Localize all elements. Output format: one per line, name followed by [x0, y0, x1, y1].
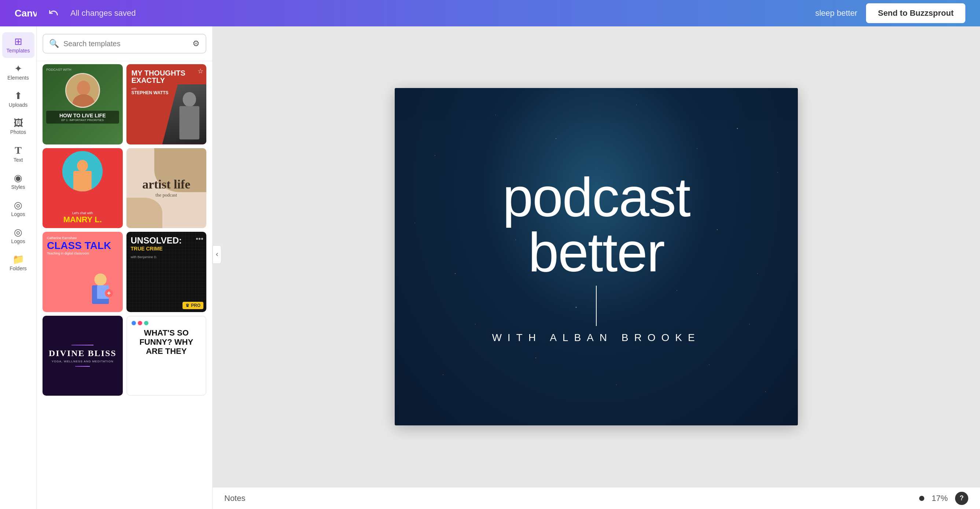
divine-bliss-subtitle: YOGA, WELLNESS AND MEDITATION	[52, 360, 114, 363]
class-talk-author: Catherine Earnshaw	[47, 236, 118, 240]
svg-point-8	[77, 160, 88, 172]
svg-rect-9	[73, 171, 92, 191]
pro-badge: ♛PRO	[183, 302, 204, 309]
sidebar: ⊞ Templates ✦ Elements ⬆ Uploads 🖼 Photo…	[0, 26, 37, 509]
canvas-content[interactable]: podcast better WITH ALBAN BROOKE	[492, 170, 700, 344]
sidebar-item-elements[interactable]: ✦ Elements	[2, 59, 35, 85]
my-thoughts-with: with	[132, 87, 202, 90]
sidebar-item-text[interactable]: T Text	[2, 141, 35, 167]
canvas-divider	[596, 286, 597, 326]
undo-button[interactable]	[45, 5, 62, 22]
templates-panel: 🔍 ⚙ PODCAST WITH HOW TO LIVE LIFE EP 1: …	[37, 26, 213, 509]
template-card-manry[interactable]: Let's chat with MANRY L.	[43, 148, 123, 228]
podcast-label: PODCAST WITH	[46, 68, 72, 72]
canvas-background: podcast better WITH ALBAN BROOKE	[395, 88, 798, 425]
canvas-area: podcast better WITH ALBAN BROOKE	[213, 26, 980, 487]
unsolved-host: with Benjamine D.	[131, 255, 202, 259]
svg-point-10	[95, 274, 107, 286]
help-button[interactable]: ?	[955, 492, 968, 505]
page-indicator	[919, 496, 924, 501]
svg-rect-6	[179, 106, 199, 139]
template-card-my-thoughts[interactable]: ☆ MY THOUGHTS EXACTLY with STEPHEN WATTS	[126, 64, 207, 145]
sidebar-label-styles: Styles	[11, 184, 25, 190]
template-card-how-to-live[interactable]: PODCAST WITH HOW TO LIVE LIFE EP 1: IMPO…	[43, 64, 123, 145]
host-photo	[65, 73, 100, 108]
unsolved-content: UNSOLVED: TRUE CRIME with Benjamine D.	[131, 236, 202, 259]
elements-icon: ✦	[14, 64, 22, 73]
bottom-right-controls: 17% ?	[919, 492, 968, 505]
topbar-right: sleep better Send to Buzzsprout	[815, 3, 965, 23]
artist-life-content: artist life the podcast	[142, 178, 190, 198]
sidebar-item-templates[interactable]: ⊞ Templates	[2, 32, 35, 58]
card-how-to-live-subtitle: EP 1: IMPORTANT PRIORITIES	[48, 118, 117, 122]
card-title-block: HOW TO LIVE LIFE EP 1: IMPORTANT PRIORIT…	[46, 111, 119, 124]
template-card-unsolved[interactable]: ••• UNSOLVED: TRUE CRIME with Benjamine …	[126, 232, 207, 312]
dot-green	[144, 321, 148, 325]
artist-life-subtitle: the podcast	[142, 192, 190, 198]
sidebar-item-logos2[interactable]: ◎ Logos	[2, 223, 35, 249]
template-card-whats-so-funny[interactable]: WHAT'S SO FUNNY? WHY ARE THEY	[126, 316, 207, 396]
class-talk-subtitle: Teaching in digital classroom	[47, 252, 118, 255]
search-input[interactable]	[64, 40, 188, 48]
dot-pink	[138, 321, 142, 325]
sidebar-item-styles[interactable]: ◉ Styles	[2, 169, 35, 195]
sidebar-label-text: Text	[14, 157, 23, 163]
class-talk-illustration	[78, 268, 123, 312]
sidebar-label-uploads: Uploads	[9, 102, 27, 108]
template-card-divine-bliss[interactable]: DIVINE BLISS YOGA, WELLNESS AND MEDITATI…	[43, 316, 123, 396]
dot-blue	[132, 321, 136, 325]
sidebar-item-photos[interactable]: 🖼 Photos	[2, 114, 35, 139]
divine-bliss-line	[72, 345, 94, 345]
zoom-level: 17%	[932, 494, 948, 503]
send-to-buzzsprout-button[interactable]: Send to Buzzsprout	[866, 3, 965, 23]
sidebar-label-logos2: Logos	[11, 238, 25, 244]
canvas-sub-text: WITH ALBAN BROOKE	[492, 332, 700, 344]
whats-so-funny-dots	[132, 321, 148, 325]
manry-small-text: Let's chat with	[72, 211, 93, 215]
canvas-main-text-line1: podcast	[503, 170, 690, 225]
my-thoughts-title: MY THOUGHTS EXACTLY	[132, 69, 202, 84]
my-thoughts-host: STEPHEN WATTS	[132, 90, 202, 95]
unsolved-title: UNSOLVED:	[131, 236, 202, 245]
sidebar-label-photos: Photos	[10, 129, 26, 135]
sidebar-label-folders: Folders	[10, 265, 27, 271]
topbar: Canva All changes saved sleep better Sen…	[0, 0, 980, 26]
template-card-artist-life[interactable]: artist life the podcast	[126, 148, 207, 228]
card-how-to-live-title: HOW TO LIVE LIFE	[48, 113, 117, 118]
collapse-panel-button[interactable]	[213, 245, 221, 264]
sidebar-label-templates: Templates	[6, 48, 30, 54]
artist-life-title: artist life	[142, 178, 190, 191]
manry-circle	[62, 151, 103, 191]
divine-bliss-line-2	[75, 366, 90, 367]
templates-grid: PODCAST WITH HOW TO LIVE LIFE EP 1: IMPO…	[37, 61, 212, 402]
photos-icon: 🖼	[14, 118, 23, 128]
canva-logo: Canva	[15, 8, 37, 19]
template-card-class-talk[interactable]: Catherine Earnshaw CLASS TALK Teaching i…	[43, 232, 123, 312]
text-icon: T	[15, 145, 22, 155]
saved-status: All changes saved	[70, 8, 136, 18]
sidebar-item-uploads[interactable]: ⬆ Uploads	[2, 86, 35, 112]
templates-icon: ⊞	[14, 37, 22, 46]
my-thoughts-content: MY THOUGHTS EXACTLY with STEPHEN WATTS	[132, 69, 202, 95]
topbar-left: Canva All changes saved	[15, 5, 136, 22]
sidebar-item-logos[interactable]: ◎ Logos	[2, 196, 35, 222]
sidebar-item-folders[interactable]: 📁 Folders	[2, 250, 35, 276]
card-title-area: HOW TO LIVE LIFE EP 1: IMPORTANT PRIORIT…	[46, 111, 119, 124]
bottom-bar: Notes 17% ?	[213, 487, 980, 509]
whats-so-funny-text: WHAT'S SO FUNNY? WHY ARE THEY	[132, 328, 202, 356]
class-talk-title: CLASS TALK	[47, 241, 118, 251]
folders-icon: 📁	[13, 254, 24, 264]
notes-button[interactable]: Notes	[224, 494, 245, 503]
search-input-wrap[interactable]: 🔍 ⚙	[43, 34, 206, 54]
canvas-main-text-line2: better	[528, 225, 665, 280]
filter-icon[interactable]: ⚙	[192, 39, 200, 48]
logos-icon: ◎	[14, 200, 22, 210]
manry-title: MANRY L.	[64, 215, 102, 225]
sidebar-label-logos: Logos	[11, 211, 25, 217]
logos2-icon: ◎	[14, 227, 22, 237]
artist-shape-2	[126, 198, 162, 228]
styles-icon: ◉	[14, 173, 22, 183]
project-name: sleep better	[815, 8, 857, 18]
uploads-icon: ⬆	[14, 91, 22, 101]
svg-point-2	[77, 81, 90, 95]
